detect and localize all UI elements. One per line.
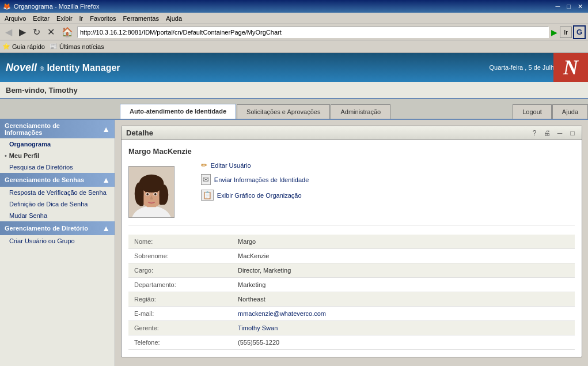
table-row: Departamento: Marketing [128, 278, 575, 292]
portrait-svg [129, 166, 174, 218]
manager-link[interactable]: Timothy Swan [238, 325, 278, 331]
search-button[interactable]: G [573, 25, 586, 39]
bookmark-noticias[interactable]: 📰 Últimas notícias [50, 43, 104, 50]
field-value-gerente: Timothy Swan [232, 321, 575, 335]
user-name-actions: ✏ Editar Usuário ✉ Enviar Informações de… [201, 147, 575, 205]
bookmark-guia[interactable]: ⭐ Guia rápido [2, 43, 45, 50]
tab-logout[interactable]: Logout [513, 104, 552, 119]
home-button[interactable]: 🏠 [59, 25, 76, 39]
detail-table: Nome: Margo Sobrenome: MacKenzie Cargo: … [128, 235, 575, 350]
email-link[interactable]: mmackenzie@whateverco.com [238, 310, 326, 317]
detail-content: Margo MacKenzie [122, 140, 582, 357]
section-diretorio-title: Gerenciamento de Diretório [5, 225, 88, 232]
field-value-departamento: Marketing [232, 278, 575, 292]
tab-ajuda[interactable]: Ajuda [552, 104, 588, 119]
org-chart-icon: 📋 [201, 190, 214, 201]
welcome-bar: Bem-vindo, Timothy [0, 82, 588, 99]
menu-ferramentas[interactable]: Ferramentas [120, 14, 162, 23]
sidebar-subsection-meu-perfil[interactable]: Meu Perfil [0, 150, 115, 161]
field-value-nome: Margo [232, 235, 575, 249]
go-button[interactable]: Ir [560, 27, 572, 38]
back-button[interactable]: ◀ [2, 25, 15, 39]
reload-button[interactable]: ↻ [30, 25, 43, 39]
table-row: Cargo: Director, Marketing [128, 263, 575, 278]
tab-auto-atendimento[interactable]: Auto-atendimento de Identidade [120, 104, 236, 119]
main-layout: Gerenciamento deInformações ▲ Organogram… [0, 120, 588, 366]
view-org-chart-link[interactable]: 📋 Exibir Gráfico de Organização [201, 190, 575, 201]
field-label-gerente: Gerente: [128, 321, 232, 335]
sidebar-item-organograma[interactable]: Organograma [0, 138, 115, 150]
bookmark-label: Últimas notícias [59, 43, 104, 50]
nav-tabs-container: Auto-atendimento de Identidade Solicitaç… [0, 99, 588, 120]
novell-logo: Novell ® Identity Manager [6, 62, 120, 74]
edit-icon: ✏ [201, 161, 207, 169]
sidebar-section-diretorio: Gerenciamento de Diretório ▲ [0, 221, 115, 235]
ssl-icon: ▶ [551, 28, 557, 37]
table-row: Nome: Margo [128, 235, 575, 249]
title-bar: 🦊 Organograma - Mozilla Firefox ─ □ ✕ [0, 0, 588, 13]
toolbar: ◀ ▶ ↻ ✕ 🏠 ▶ Ir G [0, 24, 588, 40]
section-info-collapse[interactable]: ▲ [102, 124, 110, 134]
close-btn[interactable]: ✕ [575, 3, 585, 10]
menu-editar[interactable]: Editar [29, 14, 53, 23]
menu-arquivo[interactable]: Arquivo [1, 14, 29, 23]
user-photo [128, 166, 174, 218]
edit-user-label: Editar Usuário [211, 162, 251, 169]
tab-solicitacoes[interactable]: Solicitações e Aprovações [237, 104, 330, 119]
field-label-regiao: Região: [128, 292, 232, 307]
help-btn[interactable]: ? [530, 129, 539, 137]
send-identity-label: Enviar Informações de Identidade [214, 176, 309, 183]
section-senhas-collapse[interactable]: ▲ [102, 175, 110, 184]
field-label-departamento: Departamento: [128, 278, 232, 292]
sidebar-item-dica[interactable]: Definição de Dica de Senha [0, 198, 115, 210]
star-icon: ⭐ [2, 43, 10, 50]
nav-tabs-right: Auto-atendimento de Identidade Solicitaç… [115, 104, 588, 119]
sidebar-item-mudar[interactable]: Mudar Senha [0, 210, 115, 221]
send-identity-link[interactable]: ✉ Enviar Informações de Identidade [201, 174, 575, 185]
forward-button[interactable]: ▶ [16, 25, 29, 39]
detail-panel-header: Detalhe ? 🖨 ─ □ [122, 126, 582, 140]
menu-exibir[interactable]: Exibir [53, 14, 76, 23]
stop-button[interactable]: ✕ [44, 25, 58, 39]
menu-bar: Arquivo Editar Exibir Ir Favoritos Ferra… [0, 13, 588, 24]
svg-point-12 [146, 193, 149, 195]
detail-panel: Detalhe ? 🖨 ─ □ Margo MacKenzie [121, 126, 582, 357]
detail-panel-title: Detalhe [126, 129, 153, 137]
sidebar-item-criar[interactable]: Criar Usuário ou Grupo [0, 235, 115, 247]
minimize-btn[interactable]: ─ [553, 3, 563, 10]
address-input[interactable] [77, 27, 549, 38]
svg-rect-8 [139, 189, 144, 206]
svg-rect-9 [160, 189, 164, 205]
email-icon: ✉ [201, 174, 211, 185]
bookmarks-bar: ⭐ Guia rápido 📰 Últimas notícias [0, 40, 588, 53]
sidebar-item-resposta[interactable]: Resposta de Verificação de Senha [0, 187, 115, 198]
novell-n-logo: N [553, 53, 588, 82]
browser-icon: 🦊 [3, 3, 11, 10]
view-org-chart-label: Exibir Gráfico de Organização [217, 192, 302, 199]
field-value-email: mmackenzie@whateverco.com [232, 307, 575, 321]
detail-panel-controls: ? 🖨 ─ □ [530, 129, 577, 137]
maximize-btn[interactable]: □ [564, 3, 573, 10]
field-label-telefone: Telefone: [128, 335, 232, 350]
minimize-panel-btn[interactable]: ─ [555, 129, 564, 137]
menu-favoritos[interactable]: Favoritos [86, 14, 119, 23]
table-row: Telefone: (555)555-1220 [128, 335, 575, 350]
registered-mark: ® [40, 66, 44, 72]
print-btn[interactable]: 🖨 [543, 129, 552, 137]
window-title: Organograma - Mozilla Firefox [14, 3, 100, 10]
tab-administracao[interactable]: Administração [331, 104, 390, 119]
subsection-label: Meu Perfil [9, 152, 40, 159]
edit-user-link[interactable]: ✏ Editar Usuário [201, 161, 575, 169]
maximize-panel-btn[interactable]: □ [568, 129, 577, 137]
sidebar: Gerenciamento deInformações ▲ Organogram… [0, 120, 115, 366]
menu-ajuda[interactable]: Ajuda [162, 14, 185, 23]
field-label-cargo: Cargo: [128, 263, 232, 278]
section-info-title: Gerenciamento deInformações [5, 122, 60, 136]
section-diretorio-collapse[interactable]: ▲ [102, 224, 110, 233]
sidebar-section-info: Gerenciamento deInformações ▲ [0, 120, 115, 138]
table-row: Sobrenome: MacKenzie [128, 249, 575, 263]
sidebar-item-pesquisa[interactable]: Pesquisa de Diretórios [0, 161, 115, 173]
table-row: Gerente: Timothy Swan [128, 321, 575, 335]
app-header: Novell ® Identity Manager Quarta-feira ,… [0, 53, 588, 82]
menu-ir[interactable]: Ir [76, 14, 87, 23]
